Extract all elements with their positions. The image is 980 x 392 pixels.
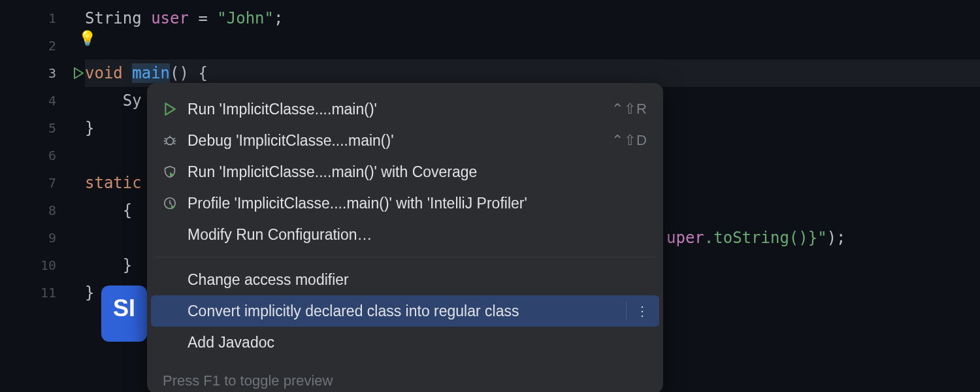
menu-item-convert-class[interactable]: Convert implicitly declared class into r… bbox=[151, 295, 659, 327]
sl-badge: SI bbox=[101, 286, 147, 342]
menu-item-add-javadoc[interactable]: Add Javadoc bbox=[147, 327, 663, 358]
menu-item-label: Change access modifier bbox=[188, 271, 647, 289]
menu-item-coverage[interactable]: Run 'ImplicitClasse....main()' with Cove… bbox=[147, 156, 663, 188]
menu-item-debug[interactable]: Debug 'ImplicitClasse....main()' ⌃⇧D bbox=[147, 125, 663, 156]
popup-footer: Press F1 to toggle preview bbox=[147, 358, 663, 392]
line-number[interactable]: 11 bbox=[0, 279, 65, 306]
lightbulb-icon[interactable]: 💡 bbox=[78, 30, 96, 46]
line-number[interactable]: 3 bbox=[0, 59, 65, 87]
shield-icon bbox=[163, 165, 188, 179]
code-line[interactable]: String user = "John"; bbox=[85, 5, 980, 32]
line-number[interactable]: 2 bbox=[0, 32, 65, 59]
line-number[interactable]: 1 bbox=[0, 5, 65, 32]
line-number[interactable]: 9 bbox=[0, 224, 65, 252]
bug-icon bbox=[163, 133, 188, 148]
separator bbox=[626, 302, 627, 320]
profile-icon bbox=[163, 196, 188, 210]
menu-item-change-access[interactable]: Change access modifier bbox=[147, 264, 663, 295]
menu-item-modify-config[interactable]: Modify Run Configuration… bbox=[147, 219, 663, 250]
menu-item-run[interactable]: Run 'ImplicitClasse....main()' ⌃⇧R bbox=[147, 93, 663, 125]
line-number[interactable]: 8 bbox=[0, 197, 65, 224]
line-number[interactable]: 4 bbox=[0, 87, 65, 114]
line-number[interactable]: 10 bbox=[0, 252, 65, 279]
shortcut: ⌃⇧R bbox=[612, 101, 647, 118]
context-menu: Run 'ImplicitClasse....main()' ⌃⇧R Debug… bbox=[147, 83, 663, 392]
menu-item-label: Profile 'ImplicitClasse....main()' with … bbox=[188, 195, 647, 212]
shortcut: ⌃⇧D bbox=[612, 132, 647, 149]
line-number[interactable]: 5 bbox=[0, 114, 65, 142]
menu-item-label: Run 'ImplicitClasse....main()' with Cove… bbox=[188, 163, 647, 181]
line-number[interactable]: 6 bbox=[0, 142, 65, 169]
menu-item-label: Add Javadoc bbox=[188, 334, 647, 351]
menu-item-label: Run 'ImplicitClasse....main()' bbox=[188, 101, 612, 118]
menu-item-label: Debug 'ImplicitClasse....main()' bbox=[188, 132, 612, 150]
menu-item-label: Convert implicitly declared class into r… bbox=[188, 302, 619, 320]
menu-item-label: Modify Run Configuration… bbox=[188, 226, 647, 244]
menu-separator bbox=[155, 257, 655, 257]
svg-point-0 bbox=[167, 137, 174, 144]
more-icon[interactable]: ⋮ bbox=[636, 303, 647, 319]
menu-item-profile[interactable]: Profile 'ImplicitClasse....main()' with … bbox=[147, 188, 663, 219]
code-line[interactable] bbox=[85, 32, 980, 59]
line-number[interactable]: 7 bbox=[0, 169, 65, 197]
gutter: 1 2 3 4 5 6 7 8 9 10 11 bbox=[0, 0, 65, 392]
run-icon bbox=[163, 102, 188, 116]
